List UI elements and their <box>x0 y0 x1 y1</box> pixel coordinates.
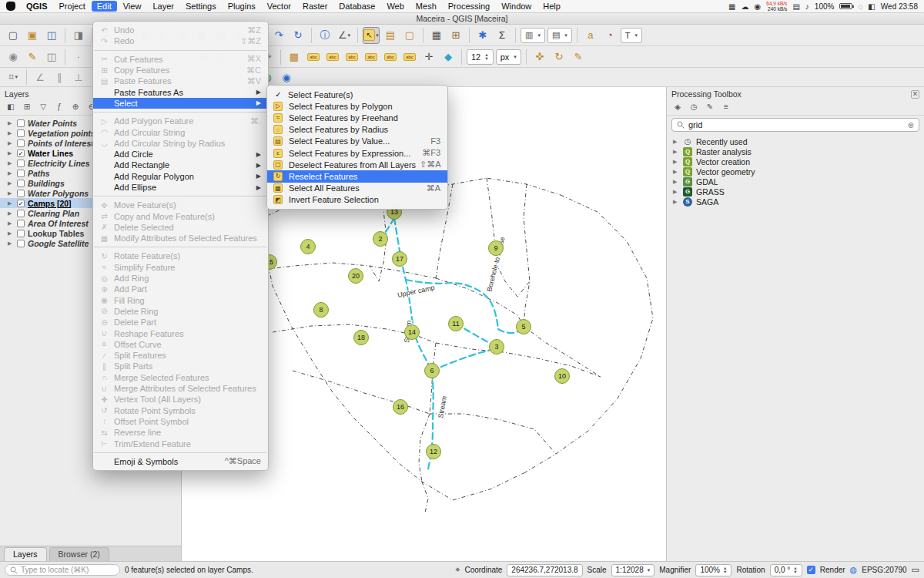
edit-menu-item-fill-ring[interactable]: ◉Fill Ring <box>93 295 268 306</box>
expand-arrow-icon[interactable]: ▶ <box>673 199 679 205</box>
filter-expression-icon[interactable]: ƒ <box>53 101 65 113</box>
layer-visibility-checkbox[interactable] <box>17 139 25 147</box>
magnifier-spinner[interactable]: 100% ▲▼ <box>695 564 732 576</box>
select-submenu-item-reselect-features[interactable]: ↻Reselect Features <box>267 170 447 182</box>
edit-menu-item-delete-part[interactable]: ⊖Delete Part <box>93 317 268 328</box>
menubar-item-vector[interactable]: Vector <box>262 1 296 12</box>
layer-visibility-checkbox[interactable]: ✓ <box>17 150 25 157</box>
menubar-item-project[interactable]: Project <box>54 1 91 12</box>
render-checkbox[interactable]: ✓ <box>807 566 815 574</box>
network-speed-indicator[interactable]: 64,9 kB/s 240 kB/s <box>766 1 787 12</box>
edit-menu-item-offset-point-symbol[interactable]: ↑Offset Point Symbol <box>93 416 268 427</box>
camp-marker-17[interactable]: 17 <box>393 252 407 267</box>
select-submenu-item-select-features-by-radius[interactable]: ◌Select Features by Radius <box>267 124 447 136</box>
clear-search-icon[interactable]: ⊗ <box>908 121 914 129</box>
edit-menu-item-add-rectangle[interactable]: Add Rectangle▶ <box>93 160 268 170</box>
label-abc-2-icon[interactable]: abc <box>363 49 380 66</box>
edit-menu-item-trim-extend-feature[interactable]: ⊢Trim/Extend Feature <box>93 438 268 449</box>
expand-arrow-icon[interactable]: ▶ <box>8 160 14 166</box>
metasearch-icon[interactable]: ◉ <box>278 69 295 86</box>
select-by-value-icon[interactable]: ▤ <box>382 27 399 44</box>
camp-marker-5[interactable]: 5 <box>517 320 531 334</box>
menubar-item-web[interactable]: Web <box>381 1 409 12</box>
expand-arrow-icon[interactable]: ▶ <box>8 200 14 207</box>
layer-visibility-checkbox[interactable] <box>17 210 25 217</box>
edit-menu-item-move-feature-s-[interactable]: ✜Move Feature(s) <box>93 200 268 210</box>
display-icon[interactable]: ▦ <box>728 2 735 11</box>
font-size-spinner[interactable]: 12▲▼ <box>467 49 494 65</box>
identify-features-icon[interactable]: ⓘ <box>316 27 333 44</box>
menubar-item-window[interactable]: Window <box>496 1 537 12</box>
construction-icon[interactable]: ∠ <box>32 69 49 86</box>
camp-marker-4[interactable]: 4 <box>301 240 316 254</box>
camp-marker-18[interactable]: 18 <box>354 331 369 345</box>
open-layer-styling-icon[interactable]: ◧ <box>5 101 17 113</box>
expand-arrow-icon[interactable]: ▶ <box>8 190 14 197</box>
layer-visibility-checkbox[interactable] <box>17 180 25 187</box>
save-layer-edits-icon[interactable]: ◫ <box>43 49 60 66</box>
expand-arrow-icon[interactable]: ▶ <box>673 189 679 195</box>
change-label-icon[interactable]: ✎ <box>570 49 587 66</box>
edit-menu-item-cut-features[interactable]: ✂Cut Features⌘X <box>93 54 268 65</box>
cloud-icon[interactable]: ☁ <box>742 2 749 11</box>
camp-marker-8[interactable]: 8 <box>314 303 329 318</box>
processing-group-recently-used[interactable]: ▶◷Recently used <box>667 136 924 146</box>
move-label-icon[interactable]: ✜ <box>531 49 548 66</box>
processing-group-saga[interactable]: ▶SSAGA <box>667 197 924 207</box>
statistics-icon[interactable]: Σ <box>494 27 511 44</box>
menubar-item-edit[interactable]: Edit <box>92 1 117 12</box>
expand-arrow-icon[interactable]: ▶ <box>8 120 14 126</box>
menubar-item-layer[interactable]: Layer <box>147 1 179 12</box>
dock-tab-layers[interactable]: Layers <box>4 547 47 561</box>
add-group-icon[interactable]: ⊞ <box>21 101 33 113</box>
annotation-combo[interactable]: ▥▾ <box>521 28 545 43</box>
spotlight-icon[interactable]: ◌ <box>858 2 862 11</box>
processing-toolbox-icon[interactable]: ✱ <box>474 27 491 44</box>
deselect-features-icon[interactable]: ▢ <box>401 27 418 44</box>
processing-panel-close-icon[interactable]: ✕ <box>911 90 919 99</box>
open-attribute-table-icon[interactable]: ▦ <box>428 27 445 44</box>
crs-icon[interactable]: ◍ <box>850 565 858 575</box>
edit-menu-item-add-ring[interactable]: ◎Add Ring <box>93 273 268 284</box>
color-drop-icon[interactable]: ◆ <box>440 49 457 66</box>
battery-icon[interactable] <box>839 3 852 9</box>
expand-arrow-icon[interactable]: ▶ <box>8 130 14 136</box>
layer-visibility-checkbox[interactable] <box>17 230 25 237</box>
edit-menu-item-select[interactable]: Select▶ <box>93 98 268 109</box>
menubar-item-processing[interactable]: Processing <box>443 1 495 12</box>
edit-menu-item-add-circular-string[interactable]: ◠Add Circular String <box>93 126 268 137</box>
expand-arrow-icon[interactable]: ▶ <box>673 149 679 155</box>
expand-arrow-icon[interactable]: ▶ <box>8 230 14 237</box>
edit-menu-item-merge-attributes-of-selected-features[interactable]: ∪Merge Attributes of Selected Features <box>93 383 268 394</box>
select-submenu-item-select-features-by-expression-[interactable]: εSelect Features by Expression...⌘F3 <box>267 147 447 159</box>
measure-icon[interactable]: ∠▾ <box>336 27 353 44</box>
processing-group-vector-geometry[interactable]: ▶QVector geometry <box>667 166 924 176</box>
select-submenu-item-select-feature-s-[interactable]: ✓Select Feature(s) <box>267 89 447 100</box>
menubar-item-settings[interactable]: Settings <box>180 1 222 12</box>
record-icon[interactable]: ◉ <box>755 2 762 11</box>
locate-input[interactable]: Type to locate (⌘K) <box>5 564 120 576</box>
expand-arrow-icon[interactable]: ▶ <box>8 180 14 187</box>
edit-menu-item-copy-features[interactable]: ⊞Copy Features⌘C <box>93 65 268 76</box>
layer-visibility-checkbox[interactable] <box>17 190 25 197</box>
label-abc-show-icon[interactable]: abc <box>324 49 341 66</box>
text-format-combo[interactable]: T▾ <box>621 28 642 43</box>
style-manager-icon[interactable]: ◨ <box>70 27 87 44</box>
crosshair-icon[interactable]: ✛ <box>420 49 437 66</box>
edit-menu-item-merge-selected-features[interactable]: ∩Merge Selected Features <box>93 372 268 383</box>
edit-menu-item-add-ellipse[interactable]: Add Ellipse▶ <box>93 182 268 193</box>
cad-tools-icon[interactable]: ⌗▾ <box>5 69 22 86</box>
layer-visibility-checkbox[interactable] <box>17 220 25 227</box>
edit-menu-item-add-circle[interactable]: Add Circle▶ <box>93 149 268 160</box>
open-project-icon[interactable]: ▣ <box>24 27 41 44</box>
select-submenu-item-invert-feature-selection[interactable]: ◩Invert Feature Selection <box>267 194 447 206</box>
spinner-arrows-icon[interactable]: ▲▼ <box>793 566 797 574</box>
edit-menu-item-delete-ring[interactable]: ⊘Delete Ring <box>93 306 268 317</box>
edit-script-icon[interactable]: ✎ <box>704 101 716 113</box>
save-project-icon[interactable]: ◫ <box>43 27 60 44</box>
spinner-arrows-icon[interactable]: ▲▼ <box>723 566 727 574</box>
camp-marker-12[interactable]: 12 <box>427 445 441 459</box>
label-abc-3-icon[interactable]: abc <box>382 49 399 66</box>
map-theme-combo[interactable]: ▤▾ <box>547 28 572 43</box>
camp-marker-3[interactable]: 3 <box>490 340 504 355</box>
